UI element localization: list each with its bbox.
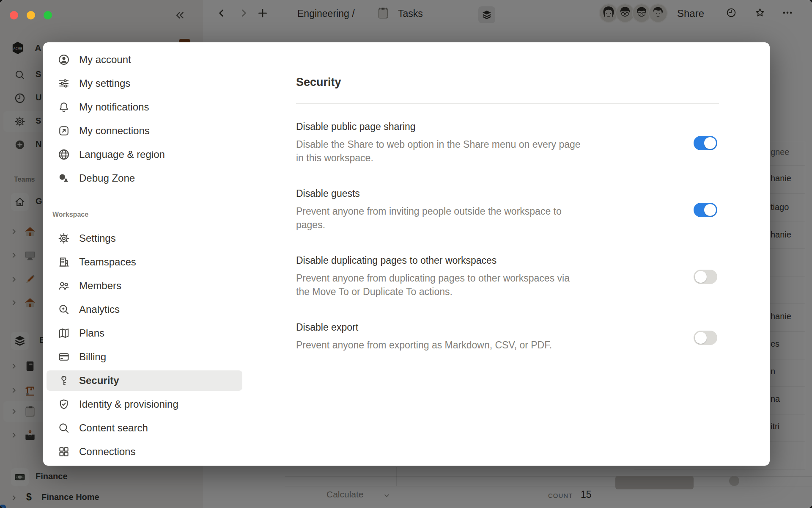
minimize-button[interactable] [27, 11, 35, 19]
setting-description-line: in this workspace. [296, 152, 373, 164]
toggle-knob [695, 332, 707, 344]
building-icon [58, 256, 70, 268]
toggle-disable-guests[interactable] [694, 203, 717, 217]
setting-description-line: the Move To or Duplicate To actions. [296, 286, 453, 298]
gear-icon [58, 232, 70, 245]
settings-nav-label: Plans [79, 327, 104, 339]
close-button[interactable] [10, 11, 18, 19]
globe-icon [58, 148, 70, 161]
setting-description-line: Prevent anyone from duplicating pages to… [296, 273, 570, 284]
setting-description-line: Prevent anyone from exporting as Markdow… [296, 340, 552, 351]
settings-nav-my-account[interactable]: My account [43, 50, 245, 70]
arrow-up-right-icon [58, 124, 70, 137]
setting-description-line: pages. [296, 219, 325, 231]
settings-nav-label: Analytics [79, 304, 120, 315]
settings-nav-settings[interactable]: Settings [43, 228, 245, 248]
magnifier-sparkle-icon [58, 303, 70, 316]
settings-nav-highlight [47, 370, 242, 391]
settings-nav-label: My settings [79, 77, 130, 89]
app-window: ACME A SUSNTeamsGEFinance$Finance Home E… [0, 0, 812, 508]
setting-title: Disable export [296, 322, 358, 333]
key-icon [58, 374, 70, 387]
setting-description-line: Prevent anyone from inviting people outs… [296, 206, 562, 217]
setting-title: Disable guests [296, 188, 360, 199]
settings-nav-label: Members [79, 280, 121, 292]
grid-icon [58, 445, 70, 458]
settings-nav-label: Teamspaces [79, 256, 136, 268]
bell-icon [58, 101, 70, 113]
setting-title: Disable public page sharing [296, 121, 416, 133]
settings-nav-billing[interactable]: Billing [43, 347, 245, 367]
settings-nav-label: Billing [79, 351, 106, 363]
settings-nav-security[interactable]: Security [43, 370, 245, 391]
toggle-disable-public-page-sharing[interactable] [694, 136, 717, 150]
settings-nav-label: Connections [79, 446, 135, 458]
settings-nav-my-settings[interactable]: My settings [43, 73, 245, 94]
settings-nav-language-region[interactable]: Language & region [43, 144, 245, 165]
settings-nav-label: My connections [79, 125, 150, 137]
settings-nav-content-search[interactable]: Content search [43, 418, 245, 438]
toggle-knob [704, 204, 716, 216]
credit-card-icon [58, 351, 70, 363]
settings-nav-label: Debug Zone [79, 172, 135, 184]
settings-nav-label: Security [79, 375, 119, 387]
magnifier-icon [58, 422, 70, 434]
settings-nav-plans[interactable]: Plans [43, 323, 245, 343]
workspace-section-header: Workspace [52, 211, 88, 218]
toggle-knob [695, 271, 707, 283]
settings-nav-my-notifications[interactable]: My notifications [43, 97, 245, 117]
settings-modal: My accountMy settingsMy notificationsMy … [43, 42, 770, 466]
settings-nav-analytics[interactable]: Analytics [43, 299, 245, 320]
setting-title: Disable duplicating pages to other works… [296, 255, 497, 266]
toggle-knob [704, 137, 716, 149]
map-icon [58, 327, 70, 340]
settings-nav-label: Content search [79, 422, 148, 434]
setting-description-line: Disable the Share to web option in the S… [296, 139, 581, 150]
settings-nav-my-connections[interactable]: My connections [43, 121, 245, 141]
divider [296, 103, 719, 104]
page-title: Security [296, 76, 341, 89]
settings-nav-connections[interactable]: Connections [43, 442, 245, 462]
settings-nav-label: Identity & provisioning [79, 398, 178, 410]
people-icon [58, 279, 70, 292]
person-circle-icon [58, 53, 70, 66]
settings-nav-debug-zone[interactable]: Debug Zone [43, 168, 245, 188]
toggle-disable-export[interactable] [694, 331, 717, 345]
settings-nav-teamspaces[interactable]: Teamspaces [43, 252, 245, 272]
sliders-icon [58, 77, 70, 90]
settings-nav-identity-provisioning[interactable]: Identity & provisioning [43, 394, 245, 414]
toggle-disable-duplicating-pages-to-other-workspaces[interactable] [694, 270, 717, 284]
settings-nav-label: My notifications [79, 101, 149, 113]
shield-check-icon [58, 398, 70, 411]
fullscreen-button[interactable] [44, 11, 52, 19]
settings-nav-label: My account [79, 54, 131, 66]
settings-nav-label: Settings [79, 232, 116, 244]
settings-nav-label: Language & region [79, 149, 165, 160]
settings-nav-members[interactable]: Members [43, 276, 245, 296]
shapes-icon [58, 172, 70, 185]
